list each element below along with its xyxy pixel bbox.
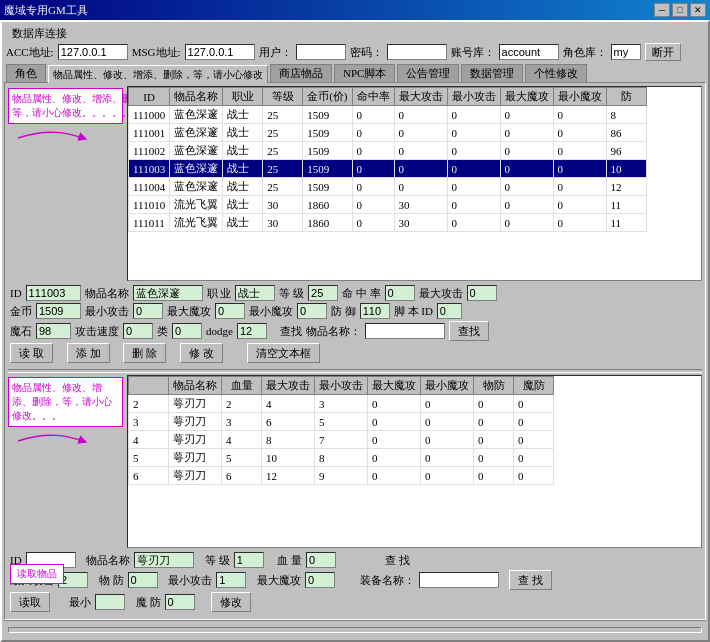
upper-annotation-text2: 等，请小心修改。。。。。。 [12, 106, 119, 120]
col-level: 等级 [263, 88, 303, 106]
menu-database[interactable]: 数据库连接 [6, 25, 73, 42]
db-input[interactable] [499, 44, 559, 60]
lower-name-label: 物品名称 [86, 553, 130, 568]
lower-table-row[interactable]: 3萼刃刀3650000 [129, 413, 554, 431]
upper-table-row[interactable]: 111001蓝色深邃战士2515090000086 [129, 124, 647, 142]
form-minmagic-input[interactable] [297, 303, 327, 319]
lower-hp-label: 血 量 [277, 553, 302, 568]
maximize-button[interactable]: □ [672, 3, 688, 17]
lower-def-input[interactable] [128, 572, 158, 588]
lower-read-button[interactable]: 读取 [10, 592, 50, 612]
lower-table-row[interactable]: 6萼刃刀61290000 [129, 467, 554, 485]
upper-table-row[interactable]: 111000蓝色深邃战士251509000008 [129, 106, 647, 124]
lower-mdef-input[interactable] [165, 594, 195, 610]
col-maxatk: 最大攻击 [394, 88, 447, 106]
clear-button[interactable]: 清空文本框 [247, 343, 320, 363]
lower-edit-form: ID 物品名称 等 级 血 量 查 找 最大攻击 [8, 550, 702, 616]
form-hit-input[interactable] [385, 285, 415, 301]
col-maxmagic: 最大魔攻 [500, 88, 553, 106]
form-level-input[interactable] [308, 285, 338, 301]
content-area: 物品属性、修改、增添、删除， 等，请小心修改。。。。。。 [4, 82, 706, 620]
acc-input[interactable] [58, 44, 128, 60]
lower-maxatk-label: 最大攻击 [10, 573, 54, 588]
form-search-namelabel: 物品名称： [306, 324, 361, 339]
upper-table-row[interactable]: 111003蓝色深邃战士2515090000010 [129, 160, 647, 178]
tab-notice[interactable]: 公告管理 [397, 64, 459, 82]
lower-hp-input[interactable] [306, 552, 336, 568]
lower-mdef-label: 魔 防 [136, 595, 161, 610]
user-input[interactable] [296, 44, 346, 60]
upper-table-row[interactable]: 111010流光飞翼战士30186003000011 [129, 196, 647, 214]
lower-table-row[interactable]: 4萼刃刀4870000 [129, 431, 554, 449]
upper-table-row[interactable]: 111011流光飞翼战士30186003000011 [129, 214, 647, 232]
lower-maxatk-input[interactable] [58, 572, 88, 588]
read-button[interactable]: 读 取 [10, 343, 53, 363]
upper-table-row[interactable]: 111004蓝色深邃战士2515090000012 [129, 178, 647, 196]
lower-maxmagic-input[interactable] [305, 572, 335, 588]
form-dodge-input[interactable] [237, 323, 267, 339]
form-maxatk-label: 最大攻击 [419, 286, 463, 301]
minimize-button[interactable]: ─ [654, 3, 670, 17]
tab-shop[interactable]: 商店物品 [270, 64, 332, 82]
window-controls: ─ □ ✕ [654, 3, 706, 17]
lower-id-input[interactable] [26, 552, 76, 568]
upper-annotation-text1: 物品属性、修改、增添、删除， [12, 92, 119, 106]
form-id-input[interactable] [26, 285, 81, 301]
form-def-label: 防 御 [331, 304, 356, 319]
lower-search-button[interactable]: 查 找 [509, 570, 552, 590]
role-input[interactable] [611, 44, 641, 60]
form-type-input[interactable] [172, 323, 202, 339]
annotation-arrow-upper [18, 128, 88, 148]
form-maxatk-input[interactable] [467, 285, 497, 301]
form-speed-label: 攻击速度 [75, 324, 119, 339]
lower-modify-button[interactable]: 修改 [211, 592, 251, 612]
lower-col-num [129, 377, 169, 395]
msg-input[interactable] [185, 44, 255, 60]
tab-data[interactable]: 数据管理 [461, 64, 523, 82]
lower-col-mdef: 魔防 [514, 377, 554, 395]
pwd-input[interactable] [387, 44, 447, 60]
add-button[interactable]: 添 加 [67, 343, 110, 363]
form-maxmagic-input[interactable] [215, 303, 245, 319]
lower-search-label: 查 找 [385, 553, 410, 568]
form-search-input[interactable] [365, 323, 445, 339]
form-minatk-label: 最小攻击 [85, 304, 129, 319]
close-button[interactable]: ✕ [690, 3, 706, 17]
delete-button[interactable]: 删 除 [123, 343, 166, 363]
tab-role[interactable]: 角色 [6, 64, 46, 82]
lower-col-name: 物品名称 [169, 377, 222, 395]
pwd-label: 密码： [350, 45, 383, 60]
lower-minatk-label: 最小攻击 [168, 573, 212, 588]
search-button[interactable]: 查找 [449, 321, 489, 341]
lower-col-minatk: 最小攻击 [315, 377, 368, 395]
form-gold-input[interactable] [36, 303, 81, 319]
status-text [8, 627, 702, 633]
title-bar: 魔域专用GM工具 ─ □ ✕ [0, 0, 710, 20]
lower-level-input[interactable] [234, 552, 264, 568]
annotation-arrow-lower [18, 431, 88, 451]
disconnect-button[interactable]: 断开 [645, 43, 681, 61]
form-def-input[interactable] [360, 303, 390, 319]
tab-personal[interactable]: 个性修改 [525, 64, 587, 82]
lower-table-row[interactable]: 5萼刃刀51080000 [129, 449, 554, 467]
lower-minmagic-input[interactable] [95, 594, 125, 610]
form-foot-input[interactable] [437, 303, 462, 319]
upper-items-table: ID 物品名称 职业 等级 金币(价) 命中率 最大攻击 最小攻击 最大魔攻 最… [127, 86, 702, 281]
form-job-input[interactable] [235, 285, 275, 301]
lower-equip-input[interactable] [419, 572, 499, 588]
menu-bar: 数据库连接 [4, 24, 706, 42]
tab-npc[interactable]: NPC脚本 [334, 64, 395, 82]
lower-name-input[interactable] [134, 552, 194, 568]
form-name-input[interactable] [133, 285, 203, 301]
col-minmagic: 最小魔攻 [553, 88, 606, 106]
upper-table-row[interactable]: 111002蓝色深邃战士2515090000096 [129, 142, 647, 160]
lower-table-row[interactable]: 2萼刃刀2430000 [129, 395, 554, 413]
lower-minatk-input[interactable] [216, 572, 246, 588]
form-maxmagic-label: 最大魔攻 [167, 304, 211, 319]
form-minatk-input[interactable] [133, 303, 163, 319]
form-speed-input[interactable] [123, 323, 153, 339]
tab-items[interactable]: 物品属性、修改、增添、删除，等，请小心修改。。。。。。 [48, 65, 268, 83]
form-stone-input[interactable] [36, 323, 71, 339]
modify-button[interactable]: 修 改 [180, 343, 223, 363]
upper-edit-form: ID 物品名称 职 业 等 级 命 中 率 最大攻击 金币 最小攻击 最大魔攻 [8, 283, 702, 367]
